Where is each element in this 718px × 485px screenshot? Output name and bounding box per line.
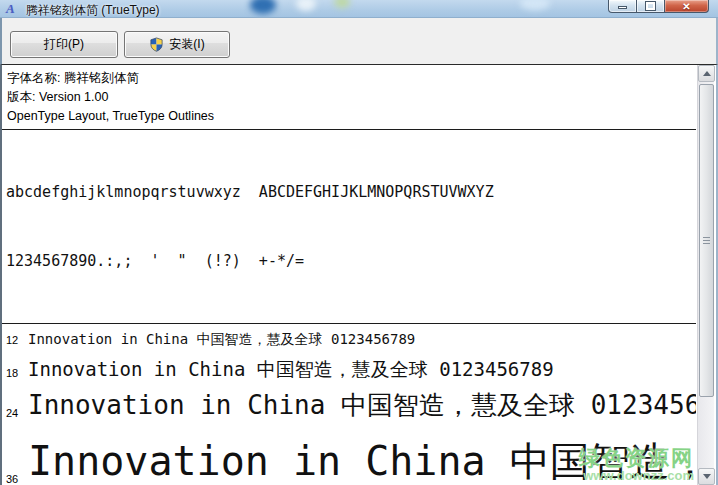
preview-text: Innovation in China 中国智造，慧及全球 0123456789 [28, 388, 696, 422]
scrollbar-thumb[interactable] [699, 84, 714, 397]
font-viewer-icon: A [6, 1, 21, 16]
size-label: 12 [2, 334, 28, 349]
scroll-down-button[interactable] [698, 468, 715, 485]
arrow-up-icon [703, 71, 711, 76]
font-viewer-window: A 腾祥铭刻体简 (TrueType) ✕ 打印(P) [0, 0, 718, 485]
print-button[interactable]: 打印(P) [10, 31, 118, 58]
aero-glass-reflection [296, 0, 316, 11]
font-preview-panel: 字体名称: 腾祥铭刻体简 版本: Version 1.00 OpenType L… [0, 65, 718, 485]
font-name-line: 字体名称: 腾祥铭刻体简 [7, 69, 716, 88]
uac-shield-icon [149, 37, 164, 52]
size-row-12: 12 Innovation in China 中国智造，慧及全球 0123456… [2, 324, 696, 349]
font-version-line: 版本: Version 1.00 [7, 88, 716, 107]
arrow-down-icon [703, 474, 711, 479]
font-outline-line: OpenType Layout, TrueType Outlines [7, 107, 716, 126]
font-info: 字体名称: 腾祥铭刻体简 版本: Version 1.00 OpenType L… [2, 65, 716, 126]
scrollbar-grip-icon [703, 237, 710, 246]
size-label: 24 [2, 407, 28, 422]
install-button[interactable]: 安装(I) [124, 31, 230, 58]
close-button[interactable]: ✕ [664, 0, 709, 13]
scroll-up-button[interactable] [698, 65, 715, 82]
print-button-label: 打印(P) [44, 36, 84, 53]
minimize-button[interactable] [608, 0, 637, 13]
size-label: 18 [2, 367, 28, 382]
alphabet-sample-line: abcdefghijklmnopqrstuvwxyz ABCDEFGHIJKLM… [6, 181, 716, 204]
maximize-button[interactable] [637, 0, 664, 13]
toolbar: 打印(P) 安装(I) [0, 18, 718, 65]
size-row-24: 24 Innovation in China 中国智造，慧及全球 0123456… [2, 382, 696, 422]
aero-glass-reflection [520, 0, 550, 10]
maximize-icon [646, 2, 655, 10]
install-button-label: 安装(I) [169, 36, 204, 53]
size-row-18: 18 Innovation in China 中国智造，慧及全球 0123456… [2, 349, 696, 382]
preview-text: Innovation in China 中国智造，慧及全球 0123456789 [28, 356, 554, 382]
vertical-scrollbar[interactable] [697, 65, 714, 485]
character-samples: abcdefghijklmnopqrstuvwxyz ABCDEFGHIJKLM… [2, 130, 716, 323]
close-icon: ✕ [682, 1, 690, 12]
size-label: 36 [2, 473, 28, 485]
preview-text: Innovation in China 中国智造，慧及全球 0123456789 [28, 434, 696, 485]
size-preview-rows: 12 Innovation in China 中国智造，慧及全球 0123456… [2, 324, 716, 485]
window-controls: ✕ [608, 0, 709, 13]
minimize-icon [618, 6, 627, 9]
aero-glass-reflection [334, 0, 350, 8]
aero-glass-reflection [250, 0, 276, 14]
window-title: 腾祥铭刻体简 (TrueType) [26, 2, 160, 18]
title-bar: A 腾祥铭刻体简 (TrueType) ✕ [0, 0, 718, 18]
size-row-36: 36 Innovation in China 中国智造，慧及全球 0123456… [2, 422, 696, 485]
preview-text: Innovation in China 中国智造，慧及全球 0123456789 [28, 329, 415, 349]
symbols-sample-line: 1234567890.:,; ' " (!?) +-*/= [6, 250, 716, 273]
